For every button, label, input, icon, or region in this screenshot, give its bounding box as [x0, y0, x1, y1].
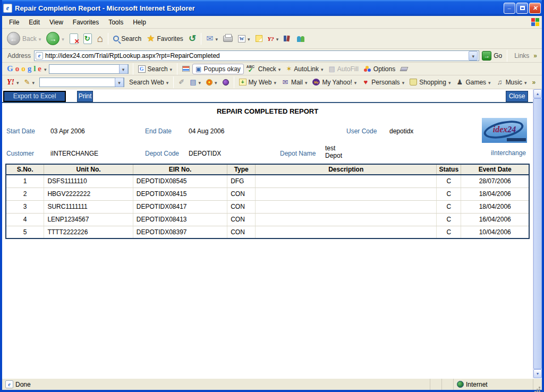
yahoo-item-mail[interactable]: Mail: [279, 78, 310, 87]
autolink-button[interactable]: AutoLink: [283, 64, 326, 74]
yahoo-logo-dropdown[interactable]: [16, 79, 19, 86]
back-dropdown-icon[interactable]: [39, 35, 41, 42]
target-dropdown-icon[interactable]: [215, 79, 217, 86]
google-dropdown-icon[interactable]: [44, 65, 47, 73]
yahoo-item-personals[interactable]: Personals: [359, 78, 407, 87]
history-button[interactable]: [186, 32, 199, 45]
menu-favorites[interactable]: Favorites: [68, 17, 104, 28]
address-dropdown-button[interactable]: [469, 51, 478, 61]
yahoo-logo-button[interactable]: [4, 77, 22, 88]
yahoo-search-input[interactable]: [40, 79, 115, 86]
yahoo-item-games[interactable]: Games: [453, 78, 493, 87]
stop-button[interactable]: [67, 32, 81, 45]
google-news-button[interactable]: [180, 65, 192, 73]
menu-file[interactable]: File: [4, 17, 24, 28]
mail-dropdown-icon[interactable]: [216, 35, 218, 42]
address-url[interactable]: http://idex24.com/Trial/RptLookup.aspx?r…: [45, 52, 466, 59]
google-search-options-dropdown[interactable]: [170, 65, 173, 73]
yahoo-search-box[interactable]: [39, 78, 124, 87]
mail-button[interactable]: [203, 32, 220, 45]
chevron-down-icon[interactable]: [524, 79, 527, 86]
popups-icon: [196, 65, 201, 73]
table-cell: DEPOTIDX08415: [133, 188, 227, 200]
scrollbar-thumb[interactable]: [533, 98, 542, 369]
scroll-up-button[interactable]: ▲: [533, 89, 542, 98]
chevron-down-icon[interactable]: [402, 79, 405, 86]
yahoo-highlight-button[interactable]: [176, 77, 187, 87]
menu-help[interactable]: Help: [128, 17, 151, 28]
yahoo-shortcut-button[interactable]: [265, 34, 282, 44]
search-web-dropdown-icon[interactable]: [166, 79, 169, 86]
print-report-button[interactable]: Print: [77, 91, 93, 102]
menu-view[interactable]: View: [45, 17, 68, 28]
forward-dropdown-icon[interactable]: [62, 35, 64, 42]
pencil-dropdown-icon[interactable]: [32, 79, 35, 86]
chevron-down-icon[interactable]: [448, 79, 451, 86]
back-button[interactable]: Back: [4, 31, 44, 46]
google-search-button[interactable]: G Search: [135, 64, 175, 74]
menu-tools[interactable]: Tools: [104, 17, 128, 28]
links-button[interactable]: Links: [509, 51, 540, 61]
yahoo-pencil-button[interactable]: [22, 77, 37, 87]
word-dropdown-icon[interactable]: [248, 35, 250, 42]
autolink-dropdown-icon[interactable]: [321, 65, 324, 73]
table-cell: C: [437, 213, 461, 226]
windows-dropdown-icon[interactable]: [199, 79, 201, 86]
options-icon: [364, 66, 371, 72]
search-web-button[interactable]: Search Web: [126, 78, 171, 87]
resize-grip[interactable]: [533, 379, 542, 390]
highlight-button[interactable]: [398, 66, 410, 72]
forward-button[interactable]: [44, 31, 67, 46]
windows-brand-icon: [531, 18, 540, 27]
vertical-scrollbar[interactable]: ▲ ▼: [533, 89, 542, 378]
autofill-button[interactable]: AutoFill: [326, 64, 361, 74]
print-button[interactable]: [220, 35, 235, 43]
google-search-box[interactable]: [49, 64, 129, 74]
notes-button[interactable]: [253, 34, 265, 43]
google-search-dropdown[interactable]: [119, 64, 128, 74]
close-window-button[interactable]: [529, 3, 541, 14]
scroll-down-button[interactable]: ▼: [533, 369, 542, 378]
chevron-down-icon[interactable]: [488, 79, 491, 86]
export-to-excel-button[interactable]: Export to Excel: [3, 91, 66, 102]
yahoo-item-music[interactable]: Music: [494, 78, 530, 87]
research-button[interactable]: [281, 34, 294, 43]
edit-with-word-button[interactable]: [235, 34, 253, 44]
yahoo-more-button[interactable]: [530, 78, 539, 87]
home-button[interactable]: [95, 32, 106, 46]
minimize-button[interactable]: [504, 3, 515, 14]
close-report-button[interactable]: Close: [506, 91, 528, 102]
chevron-down-icon[interactable]: [305, 79, 308, 86]
maximize-button[interactable]: [516, 3, 528, 14]
yahoo-globe-button[interactable]: [220, 78, 232, 87]
logo-text-idex: idex: [493, 125, 508, 134]
start-date-value: 03 Apr 2006: [50, 127, 85, 135]
yahoo-target-button[interactable]: [203, 78, 220, 87]
spellcheck-button[interactable]: Check: [244, 64, 284, 74]
target-icon: [206, 79, 212, 86]
yahoo-item-shopping[interactable]: Shopping: [407, 78, 453, 87]
pencil-icon: [24, 78, 30, 86]
yahoo-shortcut-dropdown-icon[interactable]: [276, 35, 279, 42]
messenger-button[interactable]: [294, 34, 308, 43]
favorites-button[interactable]: Favorites: [144, 32, 186, 45]
google-logo[interactable]: Google: [4, 63, 44, 74]
chevron-down-icon[interactable]: [274, 79, 276, 86]
google-options-button[interactable]: Options: [361, 64, 398, 74]
check-dropdown-icon[interactable]: [278, 65, 281, 73]
chevron-down-icon[interactable]: [354, 79, 357, 86]
yahoo-item-my-yahoo-[interactable]: My Yahoo!: [310, 78, 359, 87]
search-button[interactable]: Search: [110, 34, 144, 44]
google-search-input[interactable]: [49, 65, 119, 73]
menu-edit[interactable]: Edit: [24, 17, 45, 28]
go-button[interactable]: Go: [479, 50, 505, 62]
refresh-button[interactable]: [81, 32, 95, 45]
yahoo-windows-button[interactable]: [187, 77, 203, 87]
yahoo-item-my-web[interactable]: My Web: [236, 78, 279, 87]
popups-button[interactable]: Popups okay: [192, 64, 244, 74]
address-input[interactable]: e http://idex24.com/Trial/RptLookup.aspx…: [34, 50, 479, 61]
yahoo-search-dropdown[interactable]: [115, 78, 124, 87]
ie-page-icon: e: [5, 380, 13, 388]
column-header: EIR No.: [133, 164, 227, 175]
toolbar-separator: [173, 76, 174, 88]
